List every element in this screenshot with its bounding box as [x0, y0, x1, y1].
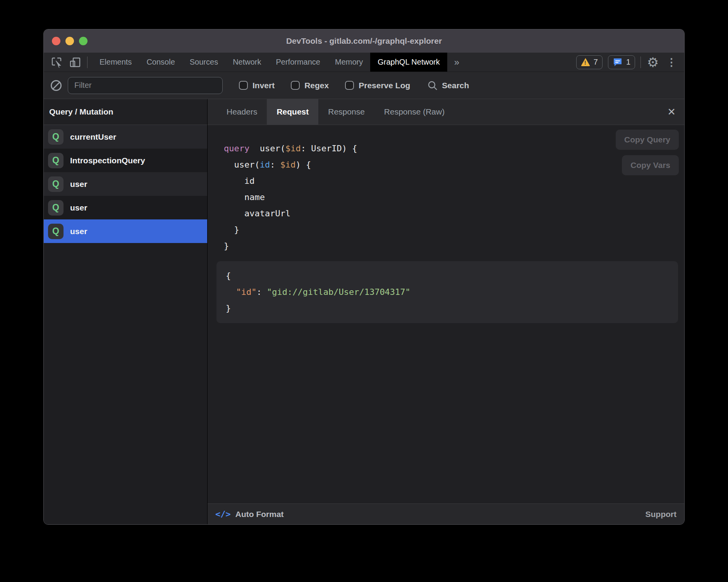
panel-tab[interactable]: Console — [139, 53, 182, 72]
code-line: } — [226, 300, 678, 317]
detail-tab[interactable]: Response — [318, 99, 374, 125]
search-control[interactable]: Search — [427, 80, 469, 91]
code-line: { — [226, 268, 678, 284]
panel-tab[interactable]: Sources — [182, 53, 225, 72]
detail-tab[interactable]: Request — [267, 99, 318, 125]
warnings-badge[interactable]: 7 — [576, 55, 603, 69]
preserve-log-label: Preserve Log — [359, 81, 410, 90]
query-type-badge: Q — [48, 129, 64, 145]
request-name: user — [70, 180, 87, 189]
request-name: IntrospectionQuery — [70, 156, 145, 165]
issues-badge[interactable]: 1 — [608, 55, 635, 69]
preserve-log-checkbox-group[interactable]: Preserve Log — [345, 81, 410, 90]
search-icon — [427, 80, 438, 91]
request-sidebar: Query / Mutation Q currentUser Q Introsp… — [44, 99, 207, 524]
regex-label: Regex — [304, 81, 329, 90]
code-line: } — [224, 222, 684, 238]
regex-checkbox[interactable] — [291, 81, 300, 90]
detail-panel: HeadersRequestResponseResponse (Raw)✕ qu… — [208, 99, 684, 524]
invert-checkbox[interactable] — [239, 81, 248, 90]
code-line: "id": "gid://gitlab/User/13704317" — [226, 284, 678, 300]
query-type-badge: Q — [48, 176, 64, 192]
devtools-window: DevTools - gitlab.com/-/graphql-explorer… — [43, 29, 685, 525]
filter-input[interactable] — [68, 77, 223, 94]
tabbar-right-controls: 7 1 ⚙ ⋮ — [576, 53, 684, 72]
panel-tabs: ElementsConsoleSourcesNetworkPerformance… — [92, 53, 447, 72]
controls-separator — [640, 56, 641, 68]
detail-tab[interactable]: Headers — [217, 99, 267, 125]
invert-label: Invert — [252, 81, 275, 90]
request-list-item[interactable]: Q user — [44, 172, 207, 196]
request-list-item[interactable]: Q currentUser — [44, 125, 207, 149]
panel-tab[interactable]: Elements — [92, 53, 139, 72]
request-list-item[interactable]: Q user — [44, 219, 207, 243]
panel-tab[interactable]: Memory — [328, 53, 370, 72]
request-name: currentUser — [70, 132, 116, 142]
panel-tab[interactable]: GraphQL Network — [370, 53, 447, 72]
code-line: id — [224, 173, 684, 189]
window-title: DevTools - gitlab.com/-/graphql-explorer — [44, 36, 684, 46]
regex-checkbox-group[interactable]: Regex — [291, 81, 329, 90]
query-type-badge: Q — [48, 224, 64, 239]
request-list-item[interactable]: Q IntrospectionQuery — [44, 149, 207, 172]
request-name: user — [70, 203, 87, 212]
clear-block-icon[interactable] — [51, 80, 62, 91]
graphql-query-code: query user($id: UserID) { user(id: $id) … — [208, 125, 684, 254]
code-line: query user($id: UserID) { — [224, 140, 684, 157]
request-name: user — [70, 227, 87, 236]
code-brackets-icon: </> — [215, 509, 231, 519]
code-line: avatarUrl — [224, 205, 684, 222]
query-type-badge: Q — [48, 200, 64, 216]
panel-tab[interactable]: Performance — [269, 53, 328, 72]
tabbar-icons — [44, 53, 92, 72]
close-panel-icon[interactable]: ✕ — [667, 99, 676, 125]
titlebar: DevTools - gitlab.com/-/graphql-explorer — [44, 29, 684, 53]
support-link[interactable]: Support — [646, 510, 676, 519]
auto-format-control[interactable]: </> Auto Format — [215, 509, 284, 519]
tabbar-separator — [87, 56, 88, 68]
auto-format-label: Auto Format — [235, 510, 284, 519]
code-line: user(id: $id) { — [224, 157, 684, 173]
copy-vars-button[interactable]: Copy Vars — [622, 155, 679, 175]
warning-icon — [581, 58, 590, 66]
query-type-badge: Q — [48, 153, 64, 168]
inspect-element-icon[interactable] — [50, 56, 63, 69]
request-list: Q currentUser Q IntrospectionQuery Q use… — [44, 125, 207, 524]
request-list-item[interactable]: Q user — [44, 196, 207, 219]
network-toolbar: Invert Regex Preserve Log Search — [44, 72, 684, 99]
detail-tabbar: HeadersRequestResponseResponse (Raw)✕ — [208, 99, 684, 125]
device-toolbar-icon[interactable] — [69, 56, 82, 69]
warnings-count: 7 — [594, 58, 598, 67]
devtools-tabbar: ElementsConsoleSourcesNetworkPerformance… — [44, 53, 684, 72]
message-icon — [613, 57, 623, 67]
code-line: } — [224, 238, 684, 254]
invert-checkbox-group[interactable]: Invert — [239, 81, 275, 90]
detail-tab[interactable]: Response (Raw) — [374, 99, 454, 125]
variables-box: { "id": "gid://gitlab/User/13704317"} — [216, 261, 678, 323]
settings-gear-icon[interactable]: ⚙ — [646, 56, 659, 69]
main-split: Query / Mutation Q currentUser Q Introsp… — [44, 99, 684, 524]
preserve-log-checkbox[interactable] — [345, 81, 354, 90]
more-tabs-chevron-icon[interactable]: » — [447, 53, 466, 72]
panel-footer: </> Auto Format Support — [208, 503, 684, 524]
kebab-menu-icon[interactable]: ⋮ — [665, 56, 678, 69]
copy-query-button[interactable]: Copy Query — [616, 130, 679, 150]
sidebar-header: Query / Mutation — [44, 99, 207, 125]
code-line: name — [224, 189, 684, 205]
panel-tab[interactable]: Network — [225, 53, 268, 72]
issues-count: 1 — [626, 58, 630, 67]
search-label: Search — [442, 81, 469, 90]
request-content: query user($id: UserID) { user(id: $id) … — [208, 125, 684, 503]
